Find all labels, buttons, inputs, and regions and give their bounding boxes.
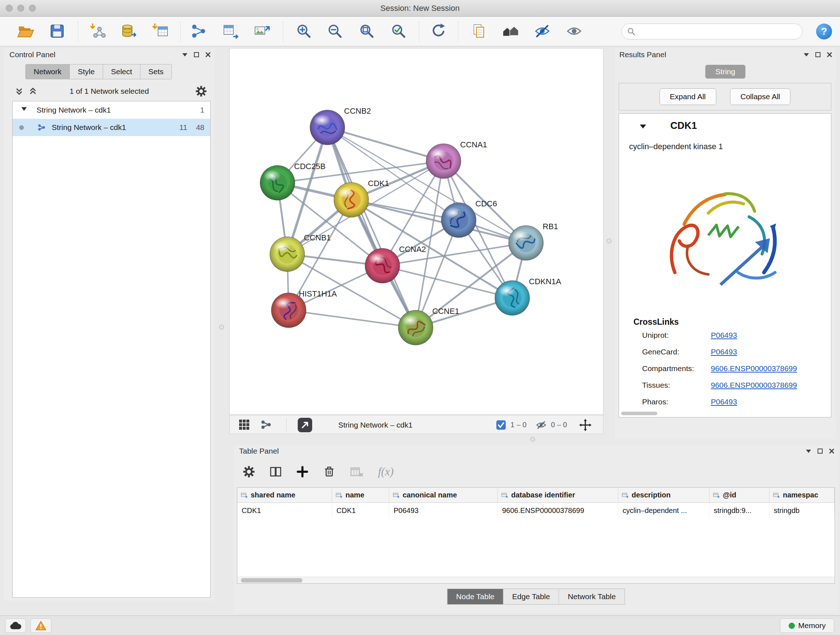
crosslink-link[interactable]: 9606.ENSP00000378699 [711,364,797,373]
selected-nodes-checkbox-icon[interactable] [496,420,506,430]
cell-shared-name[interactable]: CDK1 [237,503,332,518]
import-network-database-button[interactable] [120,22,137,40]
column-header-id[interactable]: @id [709,488,769,502]
import-table-file-button[interactable] [152,22,169,40]
zoom-selected-button[interactable] [390,22,407,40]
pan-move-icon[interactable] [579,419,592,431]
crosslink-link[interactable]: 9606.ENSP00000378699 [711,381,797,390]
network-node-RB1[interactable]: RB1 [508,222,558,260]
tab-network[interactable]: Network [25,64,70,79]
panel-close-icon[interactable] [829,448,834,454]
panel-float-icon[interactable] [818,448,823,454]
network-graph[interactable]: CCNB2CCNA1CDC25BCDK1CDC6RB1CCNB1CCNA2CDK… [230,49,603,415]
zoom-fit-button[interactable] [358,22,376,40]
network-canvas[interactable]: CCNB2CCNA1CDC25BCDK1CDC6RB1CCNB1CCNA2CDK… [229,48,603,415]
tab-edge-table[interactable]: Edge Table [504,589,559,605]
column-header-canonical-name[interactable]: canonical name [389,488,498,502]
column-header-description[interactable]: description [618,488,709,502]
home-button[interactable] [502,22,519,40]
sort-column-icon [501,492,508,498]
network-node-CCNB2[interactable]: CCNB2 [310,106,371,145]
network-tools-button[interactable] [189,22,207,40]
network-node-CCNA1[interactable]: CCNA1 [426,140,487,179]
memory-button[interactable]: Memory [780,618,834,633]
column-header-namespace[interactable]: namespac [769,488,835,502]
tab-select[interactable]: Select [103,64,141,79]
network-row-selected[interactable]: String Network – cdk1 11 48 [13,119,210,136]
crosslink-link[interactable]: P06493 [711,397,737,406]
panel-minimize-icon[interactable] [806,450,811,453]
title-bar: Session: New Session [0,0,840,17]
network-node-CCNA2[interactable]: CCNA2 [365,245,426,283]
network-collection-count: 1 [200,106,204,114]
column-header-shared-name[interactable]: shared name [237,488,332,502]
panel-close-icon[interactable] [827,52,832,57]
open-session-button[interactable] [17,22,34,40]
cell-id[interactable]: stringdb:9... [709,503,769,518]
network-collection-row[interactable]: String Network – cdk1 1 [13,101,210,119]
expand-all-button[interactable]: Expand All [660,88,716,105]
scrollbar-thumb[interactable] [241,578,302,583]
panel-close-icon[interactable] [205,52,210,57]
node-label-CDKN1A: CDKN1A [529,277,561,286]
column-header-database-identifier[interactable]: database identifier [498,488,618,502]
refresh-network-button[interactable] [430,22,447,40]
network-edge-CCNB2-CCNE1[interactable] [327,127,416,328]
tab-sets[interactable]: Sets [141,64,172,79]
table-row[interactable]: CDK1 CDK1 P06493 9606.ENSP00000378699 cy… [237,503,835,518]
network-options-gear-icon[interactable] [195,86,207,97]
panel-float-icon[interactable] [194,52,199,57]
tab-string[interactable]: String [706,65,745,79]
crosslink-link[interactable]: P06493 [711,348,737,356]
cell-namespace[interactable]: stringdb [769,503,835,518]
open-in-new-window-button[interactable] [298,418,312,432]
show-columns-icon[interactable] [270,466,282,478]
cell-canonical-name[interactable]: P06493 [389,503,498,518]
table-options-gear-icon[interactable] [243,466,255,478]
delete-column-icon[interactable] [323,466,335,478]
help-button[interactable]: ? [816,24,832,40]
panel-minimize-icon[interactable] [804,53,809,57]
search-input-field[interactable] [636,25,802,38]
add-column-icon[interactable] [296,466,309,478]
hide-selected-button[interactable] [534,22,551,40]
network-node-CCNE1[interactable]: CCNE1 [398,307,459,345]
crosslink-link[interactable]: P06493 [711,331,737,340]
network-edge-HIST1H1A-CCNE1[interactable] [289,310,416,328]
zoom-out-button[interactable] [326,22,344,40]
save-session-button[interactable] [49,22,66,40]
cell-database-identifier[interactable]: 9606.ENSP00000378699 [498,503,618,518]
hidden-eye-slash-icon[interactable] [536,420,546,430]
results-horizontal-scrollbar[interactable] [621,412,657,415]
tree-expander-icon[interactable] [21,107,27,111]
network-node-CDC6[interactable]: CDC6 [441,199,497,238]
bottom-splitter-handle[interactable] [531,437,535,442]
export-image-button[interactable] [253,22,270,40]
network-overview-icon[interactable] [260,419,272,431]
export-table-button[interactable] [222,22,239,40]
cell-name[interactable]: CDK1 [332,503,389,518]
panel-float-icon[interactable] [815,52,821,57]
cell-description[interactable]: cyclin–dependent ... [618,503,709,518]
zoom-in-button[interactable] [295,22,313,40]
panel-minimize-icon[interactable] [182,53,187,57]
column-header-name[interactable]: name [332,488,389,502]
network-edge-CCNB2-CCNA1[interactable] [327,127,444,161]
tab-style[interactable]: Style [70,64,103,79]
network-node-HIST1H1A[interactable]: HIST1H1A [271,289,337,328]
show-all-button[interactable] [565,22,583,40]
tab-network-table[interactable]: Network Table [559,589,625,605]
import-network-file-button[interactable] [89,22,107,40]
cloud-status-button[interactable] [5,618,26,633]
tab-node-table[interactable]: Node Table [447,589,504,605]
grid-view-icon[interactable] [238,419,250,431]
right-splitter-handle[interactable] [607,239,611,243]
left-splitter-handle[interactable] [219,325,224,329]
result-expander-icon[interactable] [640,125,646,128]
search-box[interactable] [622,24,802,40]
collapse-all-button[interactable]: Collapse All [730,88,791,105]
warnings-button[interactable] [30,618,51,633]
table-horizontal-scrollbar[interactable] [237,577,835,583]
copy-network-button[interactable] [470,22,487,40]
network-node-CDKN1A[interactable]: CDKN1A [495,277,561,315]
